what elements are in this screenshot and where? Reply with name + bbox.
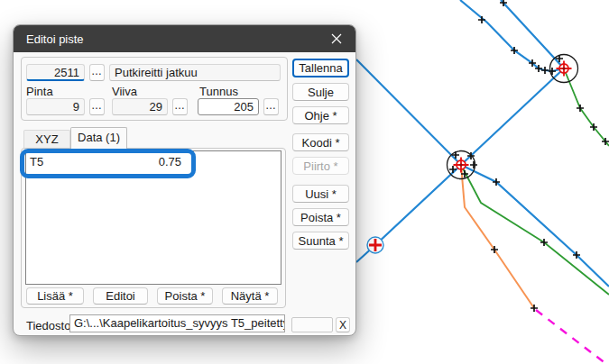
tab-data[interactable]: Data (1) [70, 127, 127, 149]
tiedosto-label: Tiedosto [26, 319, 70, 332]
editoi-button[interactable]: Editoi [93, 287, 148, 305]
close-icon[interactable] [321, 25, 352, 52]
data-row-value: 0.75 [159, 155, 181, 168]
dialog-title: Editoi piste [14, 32, 84, 46]
piirto-button: Piirto * [292, 157, 349, 175]
point-number-field[interactable]: 2511 [26, 64, 85, 81]
code-text-field[interactable]: Putkireitti jatkuu [109, 64, 281, 81]
point-number-browse-button[interactable]: … [89, 64, 105, 81]
poista-button[interactable]: Poista * [292, 208, 349, 226]
edit-point-dialog: Editoi piste 2511 … Putkireitti jatkuu P… [13, 24, 356, 336]
tab-xyz[interactable]: XYZ [23, 130, 70, 148]
pinta-field[interactable]: 9 [26, 98, 85, 115]
data-row-name: T5 [30, 155, 43, 168]
koodi-button[interactable]: Koodi * [292, 133, 349, 151]
tunnus-browse-button[interactable]: … [263, 98, 279, 115]
map-point-dot [562, 67, 565, 69]
data-list-row[interactable]: T5 0.75 [26, 152, 185, 171]
pinta-label: Pinta [26, 85, 53, 98]
ohje-button[interactable]: Ohje * [292, 106, 349, 124]
file-path-field[interactable]: G:\...\Kaapelikartoitus_syvyys T5_peitet… [69, 314, 285, 332]
uusi-button[interactable]: Uusi * [292, 185, 349, 203]
viiva-browse-button[interactable]: … [172, 98, 188, 115]
map-point-dot [459, 163, 462, 166]
lisaa-button[interactable]: Lisää * [26, 287, 84, 305]
file-clear-button[interactable]: X [336, 317, 350, 332]
sulje-button[interactable]: Sulje [292, 83, 349, 101]
suunta-button[interactable]: Suunta * [292, 232, 349, 250]
nayta-button[interactable]: Näytä * [222, 287, 278, 305]
dialog-titlebar[interactable]: Editoi piste [14, 25, 355, 52]
tallenna-button[interactable]: Tallenna [292, 59, 349, 77]
viiva-field[interactable]: 29 [112, 98, 168, 115]
screen: Editoi piste 2511 … Putkireitti jatkuu P… [0, 0, 609, 364]
tunnus-field[interactable]: 205 [198, 98, 259, 115]
file-extra-field[interactable] [291, 317, 333, 332]
poista-row-button[interactable]: Poista * [157, 287, 213, 305]
viiva-label: Viiva [112, 85, 137, 98]
tunnus-label: Tunnus [199, 85, 238, 98]
pinta-browse-button[interactable]: … [89, 98, 105, 115]
